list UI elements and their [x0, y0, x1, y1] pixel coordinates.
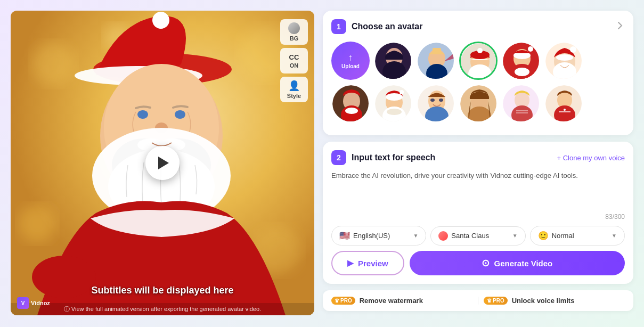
- preview-button[interactable]: ▶ Preview: [331, 251, 404, 275]
- tone-icon: 🙂: [538, 231, 549, 241]
- upload-label: Upload: [341, 63, 360, 69]
- avatar-anim2-img: [545, 85, 583, 122]
- watermark-bar: ♛ PRO Remove watermark ♛ PRO Unlock voic…: [323, 290, 633, 311]
- play-button[interactable]: [145, 146, 180, 180]
- generate-icon: ⊙: [482, 257, 490, 269]
- tone-label: Normal: [552, 232, 574, 240]
- pro-badge-1: ♛ PRO: [331, 297, 355, 305]
- svg-point-3: [19, 205, 56, 242]
- avatar-santa2-img: [503, 43, 540, 80]
- avatar-woman2[interactable]: [459, 84, 498, 122]
- avatar-section-number: 1: [331, 19, 346, 34]
- svg-point-36: [515, 68, 529, 76]
- avatar-row-1: ↑ Upload: [331, 42, 625, 80]
- svg-point-43: [556, 54, 573, 61]
- avatar-trump-img: [418, 43, 455, 80]
- upload-icon: ↑: [348, 53, 353, 62]
- voice-dropdown[interactable]: Santa Claus ▼: [430, 226, 525, 246]
- vidnoz-text: Vidnoz: [31, 300, 50, 306]
- avatar-santa2[interactable]: [502, 42, 540, 80]
- svg-rect-65: [515, 109, 529, 119]
- style-button[interactable]: 👤 Style: [280, 77, 308, 102]
- bg-button[interactable]: BG: [280, 19, 308, 45]
- svg-point-47: [345, 108, 358, 114]
- unlock-voice-item[interactable]: ♛ PRO Unlock voice limits: [484, 297, 625, 305]
- svg-point-53: [400, 90, 404, 94]
- avatar-youngman-img: [418, 85, 455, 122]
- tone-chevron: ▼: [612, 233, 617, 239]
- voice-avatar-dot: [438, 231, 448, 241]
- tone-dropdown[interactable]: 🙂 Normal ▼: [530, 226, 625, 246]
- svg-point-52: [387, 109, 402, 115]
- avatar-trump[interactable]: [417, 42, 455, 80]
- clone-voice-link[interactable]: Clone my own voice: [557, 154, 625, 162]
- style-label: Style: [287, 93, 301, 99]
- language-label: English(US): [353, 232, 390, 240]
- avatar-section-title: Choose an avatar: [352, 22, 422, 31]
- speech-text-input[interactable]: Embrace the AI revolution, drive your cr…: [331, 170, 625, 209]
- avatar-santa1-img: [461, 43, 498, 80]
- action-row: ▶ Preview ⊙ Generate Video: [331, 251, 625, 275]
- language-chevron: ▼: [413, 233, 418, 239]
- speech-title-group: 2 Input text for speech: [331, 150, 435, 165]
- svg-point-11: [137, 110, 148, 119]
- cc-icon: CC: [289, 53, 299, 61]
- vidnoz-logo: V Vidnoz: [17, 297, 50, 309]
- svg-point-58: [439, 99, 443, 102]
- avatar-santa4-img: [332, 85, 370, 122]
- avatar-section-header: 1 Choose an avatar: [331, 19, 625, 34]
- avatar-upload[interactable]: ↑ Upload: [331, 42, 370, 80]
- svg-point-50: [386, 93, 403, 101]
- scroll-right-icon: [614, 20, 625, 31]
- avatar-row-2: [331, 84, 625, 122]
- avatar-anim2[interactable]: [544, 84, 583, 122]
- toolbar-right: BG CC ON 👤 Style: [280, 19, 308, 102]
- divider: [478, 297, 478, 305]
- pro-badge-2: ♛ PRO: [484, 297, 508, 305]
- controls-row: 🇺🇸 English(US) ▼ Santa Claus ▼ 🙂 Normal …: [331, 226, 625, 246]
- svg-point-38: [528, 46, 533, 52]
- svg-point-57: [430, 99, 435, 102]
- svg-point-1: [32, 43, 75, 85]
- avatar-section: 1 Choose an avatar ↑ Upload: [323, 11, 633, 135]
- avatar-anim1-img: [503, 85, 540, 122]
- svg-point-8: [152, 12, 169, 29]
- avatar-santa3-img: [545, 43, 583, 80]
- remove-watermark-item[interactable]: ♛ PRO Remove watermark: [331, 297, 472, 305]
- avatar-youngman[interactable]: [417, 84, 455, 122]
- avatar-santa3[interactable]: [544, 42, 583, 80]
- crown-icon-1: ♛: [335, 298, 339, 304]
- svg-point-32: [477, 48, 483, 53]
- voice-label: Santa Claus: [451, 232, 489, 240]
- voice-chevron: ▼: [512, 233, 518, 239]
- char-count: 83/300: [331, 213, 625, 220]
- bg-label: BG: [290, 35, 299, 42]
- svg-point-70: [564, 109, 566, 111]
- app-container: Subtitles will be displayed here BG CC O…: [11, 11, 633, 316]
- avatar-woman1-img: [375, 43, 412, 80]
- generate-label: Generate Video: [494, 259, 552, 268]
- flag-icon: 🇺🇸: [339, 231, 350, 241]
- scroll-right[interactable]: [614, 20, 625, 33]
- remove-watermark-label: Remove watermark: [360, 297, 423, 305]
- avatar-santa5-img: [375, 85, 412, 122]
- vidnoz-icon: V: [17, 297, 29, 309]
- style-icon: 👤: [288, 80, 300, 92]
- avatar-woman1[interactable]: [374, 42, 412, 80]
- cc-button[interactable]: CC ON: [280, 48, 308, 73]
- speech-section: 2 Input text for speech Clone my own voi…: [323, 142, 633, 284]
- bg-icon: [288, 22, 300, 34]
- video-preview-panel: Subtitles will be displayed here BG CC O…: [11, 11, 314, 315]
- avatar-anim1[interactable]: [502, 84, 540, 122]
- svg-point-12: [175, 110, 185, 119]
- svg-rect-27: [433, 48, 441, 52]
- language-dropdown[interactable]: 🇺🇸 English(US) ▼: [331, 226, 426, 246]
- preview-play-icon: ▶: [347, 258, 354, 268]
- svg-point-42: [570, 46, 576, 53]
- speech-section-title: Input text for speech: [352, 153, 435, 162]
- right-panel: 1 Choose an avatar ↑ Upload: [323, 11, 633, 315]
- avatar-santa5[interactable]: [374, 84, 412, 122]
- generate-button[interactable]: ⊙ Generate Video: [410, 251, 625, 275]
- avatar-santa1[interactable]: [459, 42, 498, 80]
- avatar-santa4[interactable]: [331, 84, 370, 122]
